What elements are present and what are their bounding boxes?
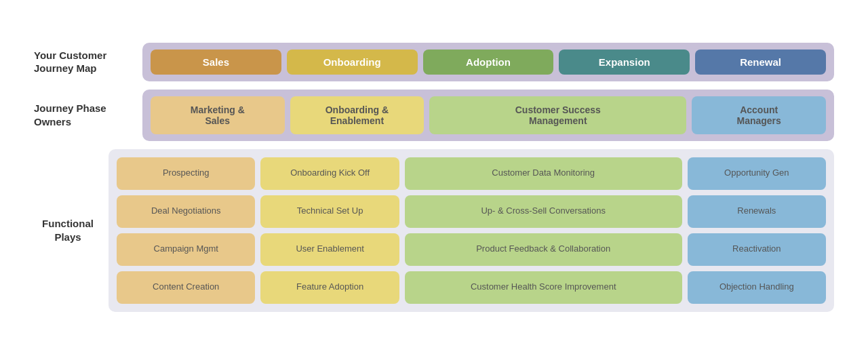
plays-sales-column: Prospecting Deal Negotiations Campaign M… (117, 157, 255, 304)
play-objection-handling: Objection Handling (688, 271, 826, 304)
play-prospecting: Prospecting (117, 157, 255, 190)
functional-plays-row: FunctionalPlays Prospecting Deal Negotia… (34, 149, 834, 312)
owner-marketing-sales: Marketing &Sales (151, 96, 285, 134)
play-product-feedback: Product Feedback & Collaboration (405, 233, 682, 266)
play-technical-setup: Technical Set Up (260, 195, 399, 228)
owner-am: AccountManagers (692, 96, 826, 134)
phase-expansion: Expansion (559, 50, 690, 75)
play-customer-data-monitoring: Customer Data Monitoring (405, 157, 682, 190)
play-renewals: Renewals (688, 195, 826, 228)
plays-section: Prospecting Deal Negotiations Campaign M… (108, 149, 834, 312)
phase-sales: Sales (151, 50, 281, 75)
journey-map-section: Sales Onboarding Adoption Expansion Rene… (142, 43, 834, 81)
play-opportunity-gen: Opportunity Gen (688, 157, 826, 190)
play-deal-negotiations: Deal Negotiations (117, 195, 255, 228)
phase-owners-row: Journey PhaseOwners Marketing &Sales Onb… (34, 90, 834, 141)
plays-onboarding-column: Onboarding Kick Off Technical Set Up Use… (260, 157, 399, 304)
owners-section: Marketing &Sales Onboarding &Enablement … (142, 90, 834, 141)
play-campaign-mgmt: Campaign Mgmt (117, 233, 255, 266)
functional-plays-label: FunctionalPlays (34, 149, 108, 312)
main-container: Your CustomerJourney Map Sales Onboardin… (34, 43, 834, 312)
journey-map-row: Your CustomerJourney Map Sales Onboardin… (34, 43, 834, 81)
owner-onboarding-enablement: Onboarding &Enablement (290, 96, 425, 134)
phase-onboarding: Onboarding (287, 50, 418, 75)
play-onboarding-kickoff: Onboarding Kick Off (260, 157, 399, 190)
play-reactivation: Reactivation (688, 233, 826, 266)
phase-renewal: Renewal (695, 50, 826, 75)
plays-csm-column: Customer Data Monitoring Up- & Cross-Sel… (405, 157, 682, 304)
journey-map-label: Your CustomerJourney Map (34, 43, 142, 81)
play-content-creation: Content Creation (117, 271, 255, 304)
phase-owners-label: Journey PhaseOwners (34, 90, 142, 141)
play-health-score: Customer Health Score Improvement (405, 271, 682, 304)
plays-am-column: Opportunity Gen Renewals Reactivation Ob… (688, 157, 826, 304)
play-cross-sell: Up- & Cross-Sell Conversations (405, 195, 682, 228)
play-feature-adoption: Feature Adoption (260, 271, 399, 304)
owner-csm: Customer SuccessManagement (429, 96, 686, 134)
phase-adoption: Adoption (423, 50, 554, 75)
play-user-enablement: User Enablement (260, 233, 399, 266)
